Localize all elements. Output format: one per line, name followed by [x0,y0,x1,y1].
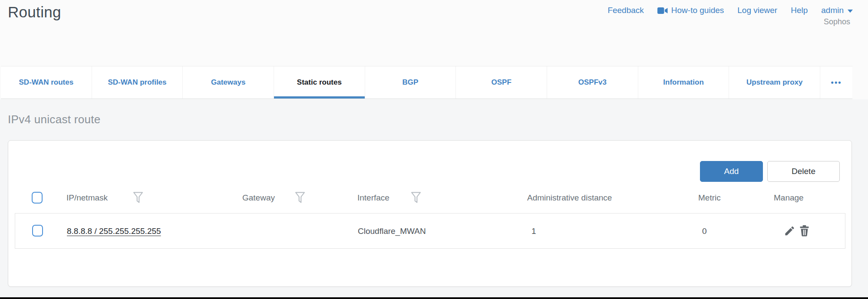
delete-button[interactable]: Delete [767,161,840,182]
admin-menu-label: admin [821,6,844,15]
tab-sd-wan-routes[interactable]: SD-WAN routes [1,66,92,99]
admin-menu[interactable]: admin [821,6,853,15]
interface-cell: Cloudflare_MWAN [358,227,426,236]
column-header-manage: Manage [774,193,804,203]
brand-label: Sophos [824,17,850,26]
filter-icon[interactable] [411,192,421,205]
caret-down-icon [847,9,853,13]
tab-overflow-menu[interactable]: ••• [820,66,852,99]
tab-ospfv3[interactable]: OSPFv3 [547,66,638,99]
row-checkbox[interactable] [32,225,43,237]
log-viewer-link[interactable]: Log viewer [737,6,777,15]
routes-card: Add Delete IP/netmask Gateway Interface … [8,140,852,287]
filter-icon[interactable] [295,192,305,205]
column-header-interface: Interface [357,193,389,203]
feedback-link[interactable]: Feedback [607,6,644,15]
column-header-metric: Metric [698,193,721,203]
tab-ospf[interactable]: OSPF [456,66,547,99]
help-link[interactable]: Help [791,6,808,15]
add-button[interactable]: Add [700,161,763,182]
filter-icon[interactable] [133,192,143,205]
tab-information[interactable]: Information [638,66,729,99]
admin-distance-cell: 1 [531,227,536,236]
tab-bar: SD-WAN routes SD-WAN profiles Gateways S… [1,66,852,99]
column-header-admin-distance: Administrative distance [527,193,612,203]
header-nav: Feedback How-to guides Log viewer Help a… [607,6,853,15]
tab-static-routes[interactable]: Static routes [274,66,365,99]
tab-gateways[interactable]: Gateways [183,66,274,99]
manage-cell [784,225,810,237]
tab-sd-wan-profiles[interactable]: SD-WAN profiles [92,66,183,99]
select-all-checkbox[interactable] [32,192,43,204]
howto-guides-label: How-to guides [671,6,724,15]
section-heading: IPv4 unicast route [8,113,101,126]
table-row: 8.8.8.8 / 255.255.255.255 Cloudflare_MWA… [15,213,845,249]
metric-cell: 0 [702,227,707,236]
video-camera-icon [657,7,668,14]
route-link[interactable]: 8.8.8.8 / 255.255.255.255 [67,227,161,236]
column-header-gateway: Gateway [242,193,275,203]
howto-guides-link[interactable]: How-to guides [657,6,724,15]
tab-bgp[interactable]: BGP [365,66,456,99]
column-header-ip-netmask: IP/netmask [66,193,108,203]
page-title: Routing [8,3,61,21]
routing-page: Routing Feedback How-to guides Log viewe… [0,0,868,299]
tab-upstream-proxy[interactable]: Upstream proxy [729,66,820,99]
delete-trash-icon[interactable] [799,225,810,237]
edit-pencil-icon[interactable] [784,225,795,237]
bottom-edge-strip [0,297,868,299]
